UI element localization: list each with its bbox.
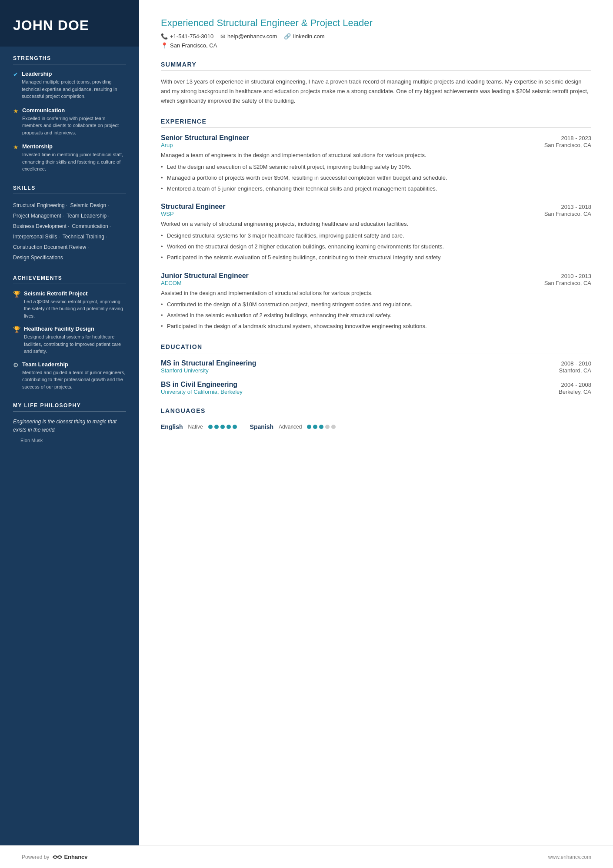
- dot-0-3: [227, 425, 231, 429]
- summary-title: SUMMARY: [161, 61, 591, 71]
- achievement-2: ⚙ Team Leadership Mentored and guided a …: [13, 361, 126, 391]
- enhancv-logo-icon: [53, 854, 62, 860]
- exp-subheader-2: AECOM San Francisco, CA: [161, 280, 591, 286]
- strength-desc-1: Excelled in conferring with project team…: [22, 115, 126, 137]
- brand-logo: Enhancv: [53, 854, 87, 860]
- email-icon: ✉: [220, 33, 225, 40]
- strength-title-2: Mentorship: [22, 143, 126, 150]
- footer-left: Powered by Enhancv: [22, 854, 88, 860]
- lang-dots-1: [307, 425, 336, 429]
- sidebar-content: STRENGTHS ✔ Leadership Managed multiple …: [0, 47, 139, 845]
- edu-school-1: University of California, Berkeley: [161, 389, 243, 395]
- phone-icon: 📞: [161, 33, 168, 40]
- exp-location-2: San Francisco, CA: [544, 280, 591, 286]
- strengths-section: STRENGTHS ✔ Leadership Managed multiple …: [13, 55, 126, 173]
- lang-name-0: English: [161, 423, 183, 430]
- edu-location-0: Stanford, CA: [559, 367, 591, 374]
- trophy-icon-1: 🏆: [13, 326, 20, 333]
- strength-communication: ★ Communication Excelled in conferring w…: [13, 107, 126, 137]
- exp-company-0: Arup: [161, 142, 173, 148]
- exp-dates-2: 2010 - 2013: [561, 273, 591, 279]
- exp-bullets-2: Contributed to the design of a $10M cons…: [161, 300, 591, 331]
- exp-header-0: Senior Structural Engineer 2018 - 2023: [161, 134, 591, 142]
- brand-name: Enhancv: [64, 854, 87, 860]
- skill-4: Business Development: [13, 223, 67, 229]
- exp-desc-2: Assisted in the design and implementatio…: [161, 289, 591, 298]
- link-icon: 🔗: [284, 33, 291, 40]
- phone-number: +1-541-754-3010: [170, 33, 213, 40]
- footer: Powered by Enhancv www.enhancv.com: [0, 845, 613, 868]
- dot-1-2: [319, 425, 323, 429]
- skill-3: Team Leadership: [67, 213, 107, 219]
- exp-item-1: Structural Engineer 2013 - 2018 WSP San …: [161, 203, 591, 262]
- achievement-desc-2: Mentored and guided a team of junior eng…: [22, 369, 126, 391]
- achievement-title-0: Seismic Retrofit Project: [24, 290, 126, 297]
- powered-by-label: Powered by: [22, 854, 49, 860]
- achievement-title-2: Team Leadership: [22, 361, 126, 368]
- bullet-0-2: Mentored a team of 5 junior engineers, e…: [161, 184, 591, 194]
- strengths-title: STRENGTHS: [13, 55, 126, 64]
- trophy-icon-0: 🏆: [13, 291, 20, 298]
- edu-header-0: MS in Structural Engineering 2008 - 2010: [161, 359, 591, 367]
- candidate-name: JOHN DOE: [13, 17, 126, 34]
- sidebar: JOHN DOE STRENGTHS ✔ Leadership Managed …: [0, 0, 139, 845]
- dot-1-3: [325, 425, 330, 429]
- strength-desc-0: Managed multiple project teams, providin…: [22, 78, 126, 100]
- exp-dates-1: 2013 - 2018: [561, 204, 591, 210]
- edu-dates-1: 2004 - 2008: [561, 382, 591, 388]
- tools-icon: ⚙: [13, 362, 19, 369]
- bullet-1-2: Participated in the seismic evaluation o…: [161, 253, 591, 262]
- exp-location-1: San Francisco, CA: [544, 211, 591, 217]
- achievement-0: 🏆 Seismic Retrofit Project Led a $20M se…: [13, 290, 126, 320]
- exp-bullets-1: Designed structural systems for 3 major …: [161, 231, 591, 262]
- skill-2: Project Management: [13, 213, 61, 219]
- footer-website: www.enhancv.com: [548, 854, 591, 860]
- skills-section: SKILLS Structural Engineering· Seismic D…: [13, 185, 126, 263]
- summary-text: With over 13 years of experience in stru…: [161, 77, 591, 106]
- strength-leadership: ✔ Leadership Managed multiple project te…: [13, 70, 126, 100]
- exp-location-0: San Francisco, CA: [544, 142, 591, 148]
- exp-item-2: Junior Structural Engineer 2010 - 2013 A…: [161, 272, 591, 331]
- exp-subheader-1: WSP San Francisco, CA: [161, 211, 591, 217]
- education-section: EDUCATION MS in Structural Engineering 2…: [161, 343, 591, 395]
- edu-dates-0: 2008 - 2010: [561, 360, 591, 367]
- exp-subheader-0: Arup San Francisco, CA: [161, 142, 591, 148]
- exp-job-title-0: Senior Structural Engineer: [161, 134, 249, 142]
- contact-website: 🔗 linkedin.com: [284, 33, 324, 40]
- bullet-2-2: Participated in the design of a landmark…: [161, 322, 591, 331]
- bullet-1-0: Designed structural systems for 3 major …: [161, 231, 591, 241]
- location-text: San Francisco, CA: [170, 42, 217, 49]
- bullet-1-1: Worked on the structural design of 2 hig…: [161, 242, 591, 251]
- achievement-title-1: Healthcare Facility Design: [24, 325, 126, 332]
- contact-location: 📍 San Francisco, CA: [161, 42, 591, 49]
- exp-job-title-1: Structural Engineer: [161, 203, 225, 211]
- lang-level-0: Native: [188, 424, 203, 430]
- exp-company-2: AECOM: [161, 280, 182, 286]
- edu-header-1: BS in Civil Engineering 2004 - 2008: [161, 381, 591, 389]
- experience-title: EXPERIENCE: [161, 118, 591, 128]
- exp-item-0: Senior Structural Engineer 2018 - 2023 A…: [161, 134, 591, 193]
- contact-email: ✉ help@enhancv.com: [220, 33, 277, 40]
- exp-company-1: WSP: [161, 211, 174, 217]
- experience-section: EXPERIENCE Senior Structural Engineer 20…: [161, 118, 591, 331]
- exp-dates-0: 2018 - 2023: [561, 135, 591, 141]
- skill-5: Communication: [72, 223, 108, 229]
- edu-subheader-1: University of California, Berkeley Berke…: [161, 389, 591, 395]
- exp-bullets-0: Led the design and execution of a $20M s…: [161, 163, 591, 193]
- bullet-2-1: Assisted in the seismic evaluation of 2 …: [161, 311, 591, 320]
- dot-0-2: [220, 425, 225, 429]
- dot-1-0: [307, 425, 311, 429]
- edu-school-0: Stanford University: [161, 367, 209, 374]
- dot-0-1: [214, 425, 219, 429]
- contact-info: 📞 +1-541-754-3010 ✉ help@enhancv.com 🔗 l…: [161, 33, 591, 40]
- languages-section: LANGUAGES English Native: [161, 407, 591, 430]
- star-icon-1: ★: [13, 107, 19, 114]
- lang-name-1: Spanish: [250, 423, 273, 430]
- strength-desc-2: Invested time in mentoring junior techni…: [22, 151, 126, 173]
- contact-phone: 📞 +1-541-754-3010: [161, 33, 213, 40]
- exp-header-2: Junior Structural Engineer 2010 - 2013: [161, 272, 591, 280]
- lang-dots-0: [208, 425, 237, 429]
- location-icon: 📍: [161, 42, 168, 49]
- bullet-0-0: Led the design and execution of a $20M s…: [161, 163, 591, 172]
- education-title: EDUCATION: [161, 343, 591, 353]
